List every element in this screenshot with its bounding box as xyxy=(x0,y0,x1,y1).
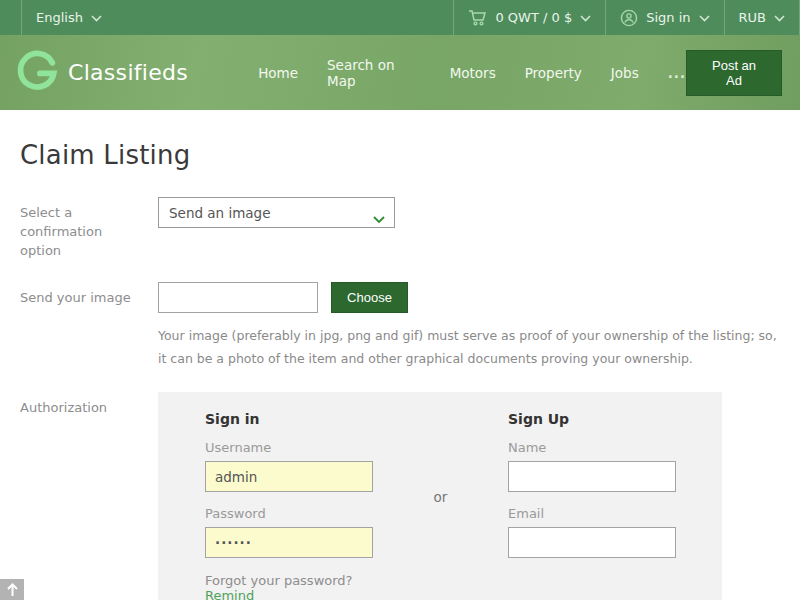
chevron-down-icon xyxy=(580,10,591,25)
chevron-down-icon xyxy=(91,10,102,25)
image-help-text: Your image (preferably in jpg, png and g… xyxy=(158,324,778,372)
scroll-to-top-button[interactable] xyxy=(0,579,24,600)
page-title: Claim Listing xyxy=(20,140,780,170)
main-nav: Home Search on Map Motors Property Jobs … xyxy=(258,57,686,89)
or-separator: or xyxy=(373,411,508,600)
classifieds-logo-icon xyxy=(14,48,60,98)
email-label: Email xyxy=(508,506,676,521)
remind-link[interactable]: Remind xyxy=(205,588,254,600)
nav-item-jobs[interactable]: Jobs xyxy=(611,65,639,81)
send-image-label: Send your image xyxy=(20,282,158,372)
forgot-password-text: Forgot your password? xyxy=(205,573,353,588)
currency-label: RUB xyxy=(739,10,766,25)
forgot-password-line: Forgot your password? Remind xyxy=(205,573,373,600)
currency-selector[interactable]: RUB xyxy=(724,0,800,35)
confirmation-option-label: Select a confirmation option xyxy=(20,197,158,261)
language-selector[interactable]: English xyxy=(21,0,116,35)
nav-item-home[interactable]: Home xyxy=(258,65,298,81)
choose-file-button[interactable]: Choose xyxy=(331,282,408,313)
user-icon xyxy=(620,9,638,27)
name-field[interactable] xyxy=(508,461,676,492)
nav-item-motors[interactable]: Motors xyxy=(450,65,496,81)
name-label: Name xyxy=(508,440,676,455)
email-field[interactable] xyxy=(508,527,676,558)
language-label: English xyxy=(36,10,83,25)
cart-total-label: 0 QWT / 0 $ xyxy=(495,10,572,25)
password-field[interactable] xyxy=(205,527,373,558)
username-field[interactable] xyxy=(205,461,373,492)
brand-logo-link[interactable]: Classifieds xyxy=(14,48,188,98)
authorization-label: Authorization xyxy=(20,392,158,600)
signin-label: Sign in xyxy=(646,10,690,25)
image-file-input[interactable] xyxy=(158,282,318,313)
signin-heading: Sign in xyxy=(205,411,373,427)
confirmation-select-wrapper: Send an image xyxy=(158,197,395,228)
signin-form: Sign in Username Password Forgot your pa… xyxy=(205,411,373,600)
signup-heading: Sign Up xyxy=(508,411,676,427)
confirmation-option-row: Select a confirmation option Send an ima… xyxy=(20,197,780,261)
send-image-row: Send your image Choose Your image (prefe… xyxy=(20,282,780,372)
main-content: Claim Listing Select a confirmation opti… xyxy=(0,140,800,600)
arrow-up-icon xyxy=(6,579,19,600)
username-label: Username xyxy=(205,440,373,455)
authorization-row: Authorization Sign in Username Password … xyxy=(20,392,780,600)
brand-name: Classifieds xyxy=(68,60,188,85)
post-an-ad-button[interactable]: Post an Ad xyxy=(686,50,782,96)
top-bar: English 0 QWT / 0 $ Sign in RUB xyxy=(0,0,800,35)
site-header: Classifieds Home Search on Map Motors Pr… xyxy=(0,35,800,110)
nav-item-property[interactable]: Property xyxy=(525,65,582,81)
topbar-spacer xyxy=(116,0,453,35)
password-label: Password xyxy=(205,506,373,521)
signup-form: Sign Up Name Email xyxy=(508,411,676,600)
nav-item-search-on-map[interactable]: Search on Map xyxy=(327,57,421,89)
cart-dropdown[interactable]: 0 QWT / 0 $ xyxy=(453,0,605,35)
authorization-panel: Sign in Username Password Forgot your pa… xyxy=(158,392,722,600)
nav-more-menu[interactable]: ... xyxy=(668,65,686,81)
cart-icon xyxy=(468,9,487,26)
confirmation-option-select[interactable]: Send an image xyxy=(158,197,395,228)
signin-dropdown[interactable]: Sign in xyxy=(605,0,723,35)
chevron-down-icon xyxy=(774,10,785,25)
chevron-down-icon xyxy=(699,10,710,25)
